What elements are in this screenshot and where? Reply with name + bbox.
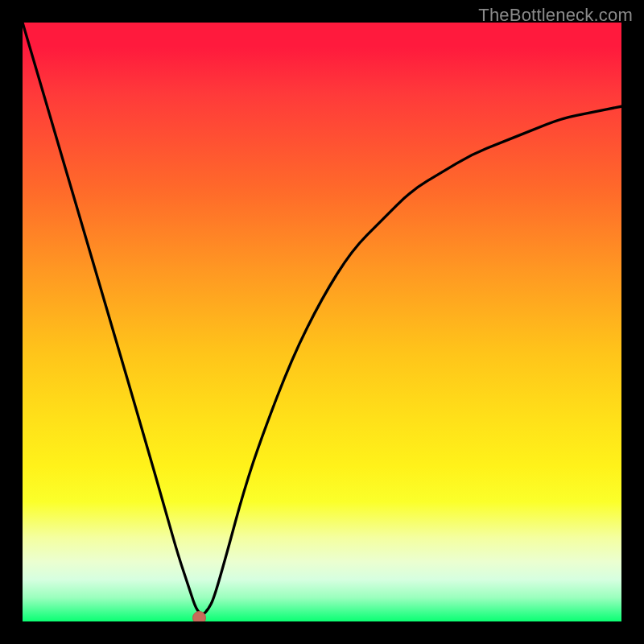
plot-area bbox=[23, 23, 621, 621]
watermark-text: TheBottleneck.com bbox=[478, 5, 633, 26]
chart-frame: TheBottleneck.com bbox=[0, 0, 644, 644]
bottleneck-curve bbox=[23, 23, 621, 621]
minimum-marker bbox=[193, 612, 206, 622]
curve-path bbox=[23, 23, 621, 614]
